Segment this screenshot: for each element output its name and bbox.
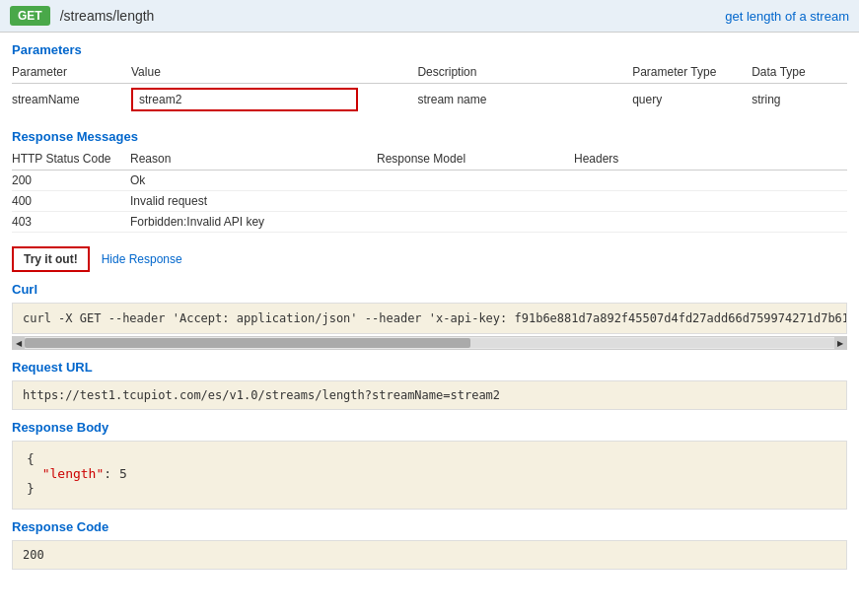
json-value: 5 xyxy=(111,466,127,481)
json-open-brace: { xyxy=(27,451,832,466)
response-body-section: Response Body { "length": 5 } xyxy=(12,420,847,510)
param-name: streamName xyxy=(12,84,131,116)
try-it-out-button[interactable]: Try it out! xyxy=(12,246,90,272)
curl-title: Curl xyxy=(12,282,847,297)
param-type: query xyxy=(632,84,752,116)
request-url-title: Request URL xyxy=(12,360,847,375)
scroll-thumb[interactable] xyxy=(25,338,470,348)
response-code-section: Response Code 200 xyxy=(12,519,847,570)
try-btn-area: Try it out! Hide Response xyxy=(12,246,847,272)
endpoint-path: /streams/length xyxy=(60,8,155,24)
status-403: 403 xyxy=(12,212,130,233)
table-row: 403 Forbidden:Invalid API key xyxy=(12,212,847,233)
main-content: Parameters Parameter Value Description P… xyxy=(0,33,859,589)
reason-200: Ok xyxy=(130,171,377,191)
reason-403: Forbidden:Invalid API key xyxy=(130,212,377,233)
status-400: 400 xyxy=(12,191,130,212)
model-200 xyxy=(377,171,574,191)
json-colon: : xyxy=(104,466,111,481)
scroll-right-arrow[interactable]: ▶ xyxy=(834,336,846,350)
table-row: streamName stream name query string xyxy=(12,84,847,116)
parameters-section: Parameters Parameter Value Description P… xyxy=(12,42,847,115)
response-body-box: { "length": 5 } xyxy=(12,441,847,510)
table-row: 400 Invalid request xyxy=(12,191,847,212)
request-url-value: https://test1.tcupiot.com/es/v1.0/stream… xyxy=(12,380,847,410)
param-value-cell xyxy=(131,84,417,116)
curl-section: Curl curl -X GET --header 'Accept: appli… xyxy=(12,282,847,350)
response-body-title: Response Body xyxy=(12,420,847,435)
hide-response-link[interactable]: Hide Response xyxy=(102,252,182,266)
table-row: 200 Ok xyxy=(12,171,847,191)
parameters-title: Parameters xyxy=(12,42,847,57)
json-key-value-line: "length": 5 xyxy=(27,466,832,481)
headers-400 xyxy=(574,191,847,212)
col-reason: Reason xyxy=(130,150,377,171)
json-key: "length" xyxy=(42,466,105,481)
response-code-title: Response Code xyxy=(12,519,847,534)
col-description: Description xyxy=(417,63,632,84)
model-403 xyxy=(377,212,574,233)
parameters-table: Parameter Value Description Parameter Ty… xyxy=(12,63,847,115)
headers-403 xyxy=(574,212,847,233)
header-bar: GET /streams/length get length of a stre… xyxy=(0,0,859,33)
col-data-type: Data Type xyxy=(752,63,847,84)
headers-200 xyxy=(574,171,847,191)
json-close-brace: } xyxy=(27,481,832,496)
model-400 xyxy=(377,191,574,212)
reason-400: Invalid request xyxy=(130,191,377,212)
col-response-model: Response Model xyxy=(377,150,574,171)
param-description: stream name xyxy=(417,84,632,116)
scroll-track[interactable] xyxy=(25,338,834,348)
col-http-status: HTTP Status Code xyxy=(12,150,130,171)
col-param-type: Parameter Type xyxy=(632,63,752,84)
col-parameter: Parameter xyxy=(12,63,131,84)
col-value: Value xyxy=(131,63,417,84)
curl-scrollbar[interactable]: ◀ ▶ xyxy=(12,336,847,350)
response-messages-title: Response Messages xyxy=(12,129,847,144)
status-200: 200 xyxy=(12,171,130,191)
scroll-left-arrow[interactable]: ◀ xyxy=(13,336,25,350)
response-code-value: 200 xyxy=(12,540,847,570)
header-left: GET /streams/length xyxy=(10,6,154,26)
stream-name-input[interactable] xyxy=(131,88,358,111)
request-url-section: Request URL https://test1.tcupiot.com/es… xyxy=(12,360,847,410)
method-badge: GET xyxy=(10,6,50,26)
response-messages-table: HTTP Status Code Reason Response Model H… xyxy=(12,150,847,233)
endpoint-description: get length of a stream xyxy=(725,9,849,24)
curl-command: curl -X GET --header 'Accept: applicatio… xyxy=(12,303,847,334)
page-wrapper: GET /streams/length get length of a stre… xyxy=(0,0,859,616)
param-data-type: string xyxy=(752,84,847,116)
response-messages-section: Response Messages HTTP Status Code Reaso… xyxy=(12,129,847,233)
col-headers: Headers xyxy=(574,150,847,171)
